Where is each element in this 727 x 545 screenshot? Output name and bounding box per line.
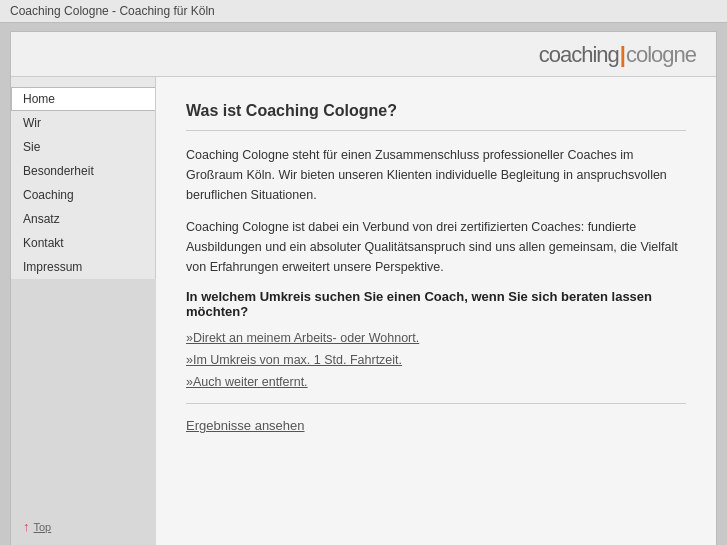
content-title: Was ist Coaching Cologne? bbox=[186, 102, 686, 120]
logo-cologne: cologne bbox=[626, 42, 696, 67]
top-label[interactable]: Top bbox=[34, 521, 52, 533]
paragraph-2: Coaching Cologne ist dabei ein Verbund v… bbox=[186, 217, 686, 277]
links-container: »Direkt an meinem Arbeits- oder Wohnort.… bbox=[186, 331, 686, 389]
sidebar-item-coaching[interactable]: Coaching bbox=[11, 183, 155, 207]
sidebar-item-besonderheit[interactable]: Besonderheit bbox=[11, 159, 155, 183]
outer-container: coaching|cologne HomeWirSieBesonderheitC… bbox=[10, 31, 717, 545]
title-bar: Coaching Cologne - Coaching für Köln bbox=[0, 0, 727, 23]
title-divider bbox=[186, 130, 686, 131]
top-arrow-icon: ↑ bbox=[23, 519, 30, 534]
radius-link-1[interactable]: »Im Umkreis von max. 1 Std. Fahrtzeit. bbox=[186, 353, 686, 367]
page-title: Coaching Cologne - Coaching für Köln bbox=[10, 4, 215, 18]
sidebar-item-ansatz[interactable]: Ansatz bbox=[11, 207, 155, 231]
radius-link-0[interactable]: »Direkt an meinem Arbeits- oder Wohnort. bbox=[186, 331, 686, 345]
logo: coaching|cologne bbox=[539, 42, 696, 68]
sidebar-footer: ↑ Top bbox=[11, 511, 63, 542]
main-area: HomeWirSieBesonderheitCoachingAnsatzKont… bbox=[11, 77, 716, 545]
header: coaching|cologne bbox=[11, 32, 716, 77]
sidebar-item-wir[interactable]: Wir bbox=[11, 111, 155, 135]
results-divider bbox=[186, 403, 686, 404]
logo-separator: | bbox=[620, 42, 625, 67]
question: In welchem Umkreis suchen Sie einen Coac… bbox=[186, 289, 686, 319]
sidebar-wrapper: HomeWirSieBesonderheitCoachingAnsatzKont… bbox=[11, 77, 156, 545]
results-link[interactable]: Ergebnisse ansehen bbox=[186, 418, 305, 433]
paragraph-1: Coaching Cologne steht für einen Zusamme… bbox=[186, 145, 686, 205]
radius-link-2[interactable]: »Auch weiter entfernt. bbox=[186, 375, 686, 389]
logo-coaching: coaching bbox=[539, 42, 619, 67]
content-area: Was ist Coaching Cologne? Coaching Colog… bbox=[156, 77, 716, 545]
sidebar-item-home[interactable]: Home bbox=[11, 87, 155, 111]
sidebar: HomeWirSieBesonderheitCoachingAnsatzKont… bbox=[11, 77, 156, 279]
nav-list: HomeWirSieBesonderheitCoachingAnsatzKont… bbox=[11, 87, 155, 279]
sidebar-item-sie[interactable]: Sie bbox=[11, 135, 155, 159]
sidebar-item-kontakt[interactable]: Kontakt bbox=[11, 231, 155, 255]
sidebar-item-impressum[interactable]: Impressum bbox=[11, 255, 155, 279]
